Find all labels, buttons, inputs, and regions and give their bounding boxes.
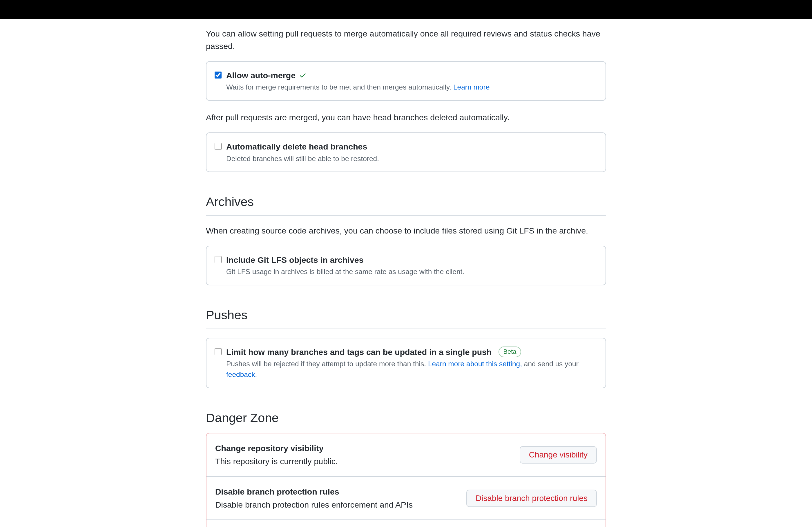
change-visibility-button[interactable]: Change visibility — [520, 446, 597, 464]
check-icon — [299, 72, 306, 79]
disable-branch-protection-button[interactable]: Disable branch protection rules — [466, 490, 597, 507]
include-lfs-title: Include Git LFS objects in archives — [226, 254, 597, 266]
archives-intro: When creating source code archives, you … — [206, 225, 606, 237]
pushes-desc-pre: Pushes will be rejected if they attempt … — [226, 360, 428, 368]
delete-head-checkbox[interactable] — [215, 143, 221, 150]
pushes-learn-more-link[interactable]: Learn more about this setting, — [428, 360, 522, 368]
auto-merge-learn-more-link[interactable]: Learn more — [453, 83, 490, 91]
danger-row-visibility: Change repository visibility This reposi… — [206, 433, 606, 477]
danger-zone-box: Change repository visibility This reposi… — [206, 433, 606, 527]
visibility-title: Change repository visibility — [215, 442, 511, 455]
pushes-box: Limit how many branches and tags can be … — [206, 338, 606, 388]
pushes-desc-mid: and send us your — [522, 360, 579, 368]
auto-merge-box: Allow auto-merge Waits for merge require… — [206, 61, 606, 101]
beta-badge: Beta — [498, 347, 521, 357]
delete-head-title: Automatically delete head branches — [226, 140, 597, 153]
pushes-feedback-link[interactable]: feedback — [226, 371, 255, 378]
danger-zone-heading: Danger Zone — [206, 408, 606, 427]
pushes-heading: Pushes — [206, 306, 606, 329]
limit-pushes-checkbox[interactable] — [215, 348, 221, 355]
pushes-desc-end: . — [255, 371, 257, 378]
branch-protection-title: Disable branch protection rules — [215, 485, 458, 498]
settings-container: You can allow setting pull requests to m… — [200, 28, 612, 527]
allow-auto-merge-title: Allow auto-merge — [226, 69, 597, 82]
auto-merge-intro: You can allow setting pull requests to m… — [206, 28, 606, 52]
delete-head-desc: Deleted branches will still be able to b… — [226, 153, 597, 164]
lfs-box: Include Git LFS objects in archives Git … — [206, 246, 606, 286]
include-lfs-checkbox[interactable] — [215, 256, 221, 263]
auto-merge-desc-text: Waits for merge requirements to be met a… — [226, 83, 453, 91]
delete-head-box: Automatically delete head branches Delet… — [206, 132, 606, 172]
allow-auto-merge-checkbox[interactable] — [215, 72, 221, 78]
limit-pushes-title: Limit how many branches and tags can be … — [226, 346, 597, 358]
danger-row-transfer: Transfer ownership Transfer this reposit… — [206, 520, 606, 527]
branch-protection-desc: Disable branch protection rules enforcem… — [215, 499, 458, 511]
danger-row-branch-protection: Disable branch protection rules Disable … — [206, 477, 606, 520]
archives-heading: Archives — [206, 192, 606, 216]
include-lfs-desc: Git LFS usage in archives is billed at t… — [226, 267, 597, 277]
limit-pushes-desc: Pushes will be rejected if they attempt … — [226, 359, 597, 380]
limit-pushes-label: Limit how many branches and tags can be … — [226, 346, 492, 358]
head-branches-intro: After pull requests are merged, you can … — [206, 111, 606, 124]
allow-auto-merge-label: Allow auto-merge — [226, 69, 295, 82]
visibility-desc: This repository is currently public. — [215, 455, 511, 468]
top-header-bar — [0, 0, 812, 19]
allow-auto-merge-desc: Waits for merge requirements to be met a… — [226, 82, 597, 93]
